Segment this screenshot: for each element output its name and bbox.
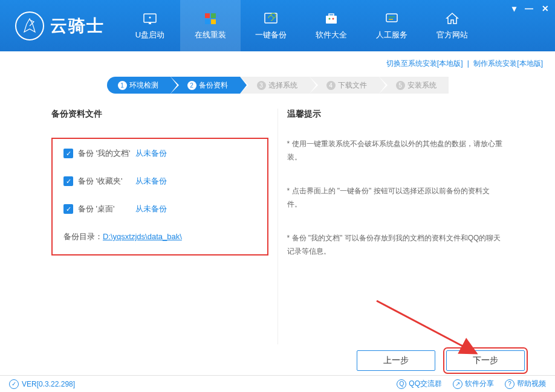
nav-website[interactable]: 官方网站 — [422, 0, 482, 51]
tip-1: * 使用一键重装系统不会破坏系统盘以外的其他盘的数据，请放心重装。 — [287, 138, 504, 164]
backup-highlight-box: ✓ 备份 '我的文档' 从未备份 ✓ 备份 '收藏夹' 从未备份 ✓ 备份 '桌… — [51, 138, 268, 255]
status-desktop[interactable]: 从未备份 — [135, 204, 167, 214]
briefcase-icon — [323, 11, 340, 26]
checkbox-desktop[interactable]: ✓ — [63, 204, 73, 214]
status-favorites[interactable]: 从未备份 — [135, 176, 167, 187]
svg-rect-5 — [205, 19, 210, 24]
svg-rect-1 — [149, 22, 151, 24]
qq-group-link[interactable]: Q QQ交流群 — [397, 379, 442, 389]
svg-rect-12 — [386, 14, 397, 22]
switch-local-install-link[interactable]: 切换至系统安装[本地版] — [386, 59, 463, 68]
nav-online-reinstall[interactable]: 在线重装 — [180, 0, 241, 51]
svg-rect-6 — [211, 19, 216, 24]
progress-steps: 1环境检测 2备份资料 3选择系统 4下载文件 5安装系统 — [0, 77, 555, 94]
backup-panel: 备份资料文件 ✓ 备份 '我的文档' 从未备份 ✓ 备份 '收藏夹' 从未备份 … — [42, 109, 278, 344]
app-logo: 云骑士 — [0, 11, 120, 40]
main-nav: U盘启动 在线重装 一键备份 软件大全 人工服务 官方网站 — [120, 0, 482, 51]
nav-backup[interactable]: 一键备份 — [241, 0, 301, 51]
tips-panel: 温馨提示 * 使用一键重装系统不会破坏系统盘以外的其他盘的数据，请放心重装。 *… — [278, 109, 513, 344]
checkbox-documents[interactable]: ✓ — [63, 149, 73, 158]
sub-links: 切换至系统安装[本地版] | 制作系统安装[本地版] — [0, 51, 555, 74]
svg-rect-9 — [329, 14, 334, 16]
backup-dir-link[interactable]: D:\yqsxtzjds\data_bak\ — [103, 232, 182, 241]
backup-item-favorites: ✓ 备份 '收藏夹' 从未备份 — [63, 176, 256, 187]
check-icon: ✓ — [9, 379, 19, 389]
help-icon: ? — [505, 379, 514, 389]
nav-support[interactable]: 人工服务 — [362, 0, 422, 51]
step-env-check: 1环境检测 — [107, 77, 170, 94]
make-local-install-link[interactable]: 制作系统安装[本地版] — [473, 59, 543, 68]
svg-point-11 — [333, 18, 334, 19]
window-controls: ▾ — ✕ — [512, 4, 549, 13]
version-info[interactable]: ✓ VER[0.3.22.298] — [9, 379, 75, 389]
chat-icon — [383, 11, 400, 26]
menu-icon[interactable]: ▾ — [512, 4, 516, 13]
step-download: 4下载文件 — [310, 77, 379, 94]
windows-icon — [202, 11, 219, 26]
close-button[interactable]: ✕ — [542, 4, 549, 13]
nav-software[interactable]: 软件大全 — [301, 0, 362, 51]
help-video-link[interactable]: ? 帮助视频 — [505, 379, 546, 389]
step-select-system: 3选择系统 — [240, 77, 310, 94]
tips-title: 温馨提示 — [287, 109, 504, 120]
backup-item-desktop: ✓ 备份 '桌面' 从未备份 — [63, 204, 256, 214]
tips-content: * 使用一键重装系统不会破坏系统盘以外的其他盘的数据，请放心重装。 * 点击界面… — [287, 138, 504, 259]
backup-title: 备份资料文件 — [51, 109, 268, 120]
usb-icon — [141, 11, 158, 26]
share-icon: ↗ — [453, 379, 462, 389]
main-content: 备份资料文件 ✓ 备份 '我的文档' 从未备份 ✓ 备份 '收藏夹' 从未备份 … — [0, 109, 555, 344]
svg-rect-3 — [205, 13, 210, 18]
tip-2: * 点击界面上的 "一键备份" 按钮可以选择还原以前备份的资料文件。 — [287, 185, 504, 211]
qq-icon: Q — [397, 379, 406, 389]
status-documents[interactable]: 从未备份 — [135, 148, 167, 159]
app-header: 云骑士 U盘启动 在线重装 一键备份 软件大全 人工服务 官方网站 ▾ — — [0, 0, 555, 51]
app-name: 云骑士 — [50, 14, 105, 37]
checkbox-favorites[interactable]: ✓ — [63, 176, 73, 186]
action-buttons: 上一步 下一步 — [357, 350, 525, 371]
share-link[interactable]: ↗ 软件分享 — [453, 379, 494, 389]
footer: ✓ VER[0.3.22.298] Q QQ交流群 ↗ 软件分享 ? 帮助视频 — [0, 375, 555, 392]
svg-point-10 — [329, 18, 331, 19]
step-install: 5安装系统 — [379, 77, 449, 94]
next-button[interactable]: 下一步 — [446, 350, 525, 371]
backup-directory: 备份目录：D:\yqsxtzjds\data_bak\ — [63, 231, 256, 242]
step-backup: 2备份资料 — [170, 77, 240, 94]
prev-button[interactable]: 上一步 — [357, 350, 435, 371]
svg-rect-8 — [326, 16, 337, 24]
backup-item-documents: ✓ 备份 '我的文档' 从未备份 — [63, 148, 256, 159]
refresh-icon — [262, 11, 279, 26]
svg-rect-4 — [211, 13, 216, 18]
knight-logo-icon — [15, 11, 44, 40]
svg-point-2 — [149, 16, 151, 18]
home-icon — [444, 11, 461, 26]
nav-usb-boot[interactable]: U盘启动 — [120, 0, 180, 51]
minimize-button[interactable]: — — [525, 4, 533, 13]
tip-3: * 备份 "我的文档" 可以备份存放到我的文档的资料文件和QQ的聊天记录等信息。 — [287, 232, 504, 258]
